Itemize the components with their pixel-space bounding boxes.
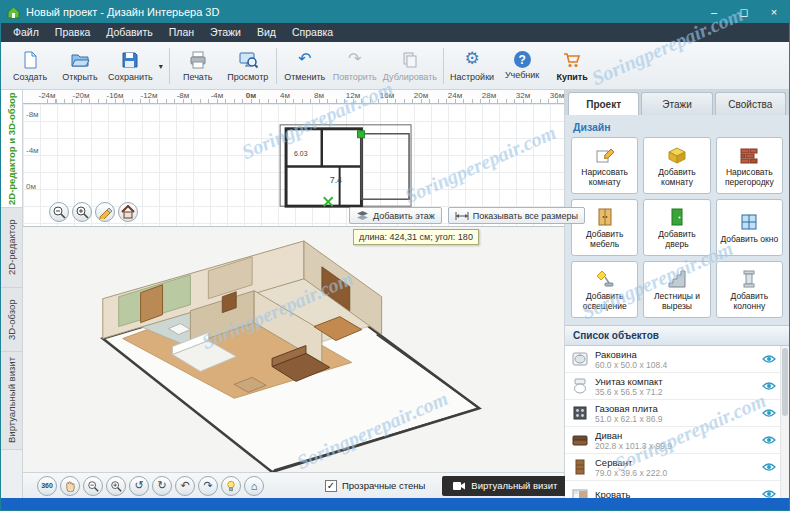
tab-2d-and-3d[interactable]: 2D-редактор и 3D-обзор	[1, 90, 22, 208]
lamp-icon	[594, 268, 616, 290]
objects-scrollbar[interactable]	[780, 346, 789, 498]
stairs-openings-button[interactable]: Лестницы и вырезы	[643, 261, 710, 318]
save-dropdown-arrow[interactable]: ▾	[156, 62, 166, 71]
draw-room-button[interactable]: Нарисовать комнату	[571, 137, 638, 194]
plan-handle[interactable]	[357, 131, 364, 138]
visibility-eye-icon[interactable]	[762, 354, 776, 364]
tab-3d-view[interactable]: 3D-обзор	[1, 288, 22, 352]
buy-button[interactable]: Купить	[547, 44, 597, 88]
add-room-button[interactable]: Добавить комнату	[643, 137, 710, 194]
view-mode-tabs: 2D-редактор и 3D-обзор 2D-редактор 3D-об…	[1, 90, 23, 498]
lighting-button[interactable]	[221, 476, 241, 496]
draw-partition-button[interactable]: Нарисовать перегородку	[716, 137, 783, 194]
tab-2d-editor[interactable]: 2D-редактор	[1, 208, 22, 288]
add-door-button[interactable]: Добавить дверь	[643, 199, 710, 256]
tab-virtual-visit[interactable]: Виртуальный визит	[1, 352, 22, 450]
window-title: Новый проект - Дизайн Интерьера 3D	[26, 6, 219, 18]
rotate-cw-icon: ↻	[157, 479, 166, 492]
visibility-eye-icon[interactable]	[762, 489, 776, 498]
orbit-right-button[interactable]: ↻	[152, 476, 172, 496]
zoom-out-icon	[52, 205, 66, 219]
home-view-3d-button[interactable]: ⌂	[244, 476, 264, 496]
menu-view[interactable]: Вид	[249, 23, 284, 42]
content-area: 2D-редактор и 3D-обзор 2D-редактор 3D-об…	[1, 90, 789, 498]
list-item-stove[interactable]: Газовая плита 51.0 x 62.1 x 86.9	[565, 400, 780, 427]
stairs-icon	[666, 268, 688, 290]
add-floor-button[interactable]: Добавить этаж	[349, 207, 442, 224]
right-panel-tabs: Проект Этажи Свойства	[565, 90, 789, 115]
zoom-in-icon	[75, 205, 89, 219]
undo-icon: ↶	[298, 50, 311, 70]
home-view-button[interactable]	[118, 202, 138, 222]
undo-button[interactable]: ↶ Отменить	[280, 44, 330, 88]
stove-thumbnail	[571, 404, 589, 422]
preview-button[interactable]: Просмотр	[223, 44, 273, 88]
view-360-button[interactable]: 360	[37, 476, 57, 496]
status-bar	[1, 498, 789, 510]
visibility-eye-icon[interactable]	[762, 462, 776, 472]
list-item-toilet[interactable]: Унитаз компакт 35.6 x 56.5 x 71.2	[565, 373, 780, 400]
tab-floors[interactable]: Этажи	[641, 92, 712, 115]
menu-edit[interactable]: Правка	[47, 23, 98, 42]
tab-project[interactable]: Проект	[568, 92, 639, 115]
save-button[interactable]: Сохранить	[105, 44, 156, 88]
visibility-eye-icon[interactable]	[762, 381, 776, 391]
add-lighting-button[interactable]: Добавить освещение	[571, 261, 638, 318]
cabinet-thumbnail	[571, 458, 589, 476]
sink-thumbnail	[571, 350, 589, 368]
orbit-left-button[interactable]: ↺	[129, 476, 149, 496]
print-button[interactable]: Печать	[173, 44, 223, 88]
view-3d[interactable]: длина: 424,31 см; угол: 180	[23, 227, 564, 472]
menu-file[interactable]: Файл	[5, 23, 47, 42]
objects-list-header: Список объектов	[565, 325, 789, 346]
duplicate-button[interactable]: Дублировать	[380, 44, 440, 88]
zoom-in-3d-button[interactable]	[106, 476, 126, 496]
visibility-eye-icon[interactable]	[762, 435, 776, 445]
add-room-icon	[666, 144, 688, 166]
zoom-in-button[interactable]	[72, 202, 92, 222]
new-project-button[interactable]: Создать	[5, 44, 55, 88]
preview-monitor-icon	[238, 50, 258, 70]
canvas-column: -24м -20м -16м -12м -8м -4м 0м 4м 8м 12м…	[23, 90, 564, 498]
question-icon: ?	[514, 51, 531, 68]
list-item-sink[interactable]: Раковина 60.0 x 50.0 x 108.4	[565, 346, 780, 373]
menu-add[interactable]: Добавить	[98, 23, 160, 42]
objects-list: Раковина 60.0 x 50.0 x 108.4 Унитаз комп…	[565, 346, 789, 498]
close-button[interactable]: ×	[759, 1, 789, 23]
tilt-down-button[interactable]: ↷	[198, 476, 218, 496]
virtual-visit-button[interactable]: Виртуальный визит	[442, 476, 567, 496]
menu-help[interactable]: Справка	[284, 23, 341, 42]
settings-button[interactable]: ⚙ Настройки	[447, 44, 497, 88]
add-window-button[interactable]: Добавить окно	[716, 199, 783, 256]
redo-button[interactable]: ↷ Повторить	[330, 44, 380, 88]
room-area-label: 7.4	[330, 175, 342, 185]
tab-properties[interactable]: Свойства	[715, 92, 786, 115]
measure-tool-button[interactable]	[95, 202, 115, 222]
maximize-button[interactable]: ◻	[729, 1, 759, 23]
open-project-button[interactable]: Открыть	[55, 44, 105, 88]
tilt-up-button[interactable]: ↶	[175, 476, 195, 496]
list-item-sofa[interactable]: Диван 202.8 x 101.3 x 99.9	[565, 427, 780, 454]
horizontal-ruler: -24м -20м -16м -12м -8м -4м 0м 4м 8м 12м…	[23, 90, 564, 104]
menu-plan[interactable]: План	[161, 23, 202, 42]
menu-bar: Файл Правка Добавить План Этажи Вид Спра…	[1, 23, 789, 42]
menu-floors[interactable]: Этажи	[202, 23, 249, 42]
cart-icon	[562, 50, 582, 70]
tutorial-button[interactable]: ? Учебник	[497, 44, 547, 88]
minimize-button[interactable]: –	[699, 1, 729, 23]
zoom-out-3d-button[interactable]	[83, 476, 103, 496]
list-item-cabinet[interactable]: Сервант 79.0 x 39.6 x 222.0	[565, 454, 780, 481]
list-item-bed[interactable]: Кровать	[565, 481, 780, 498]
duplicate-icon	[400, 50, 420, 70]
transparent-walls-toggle[interactable]: ✓ Прозрачные стены	[325, 480, 425, 492]
scrollbar-thumb[interactable]	[782, 348, 788, 416]
pan-hand-button[interactable]	[60, 476, 80, 496]
visibility-eye-icon[interactable]	[762, 408, 776, 418]
add-column-button[interactable]: Добавить колонну	[716, 261, 783, 318]
sofa-thumbnail	[571, 431, 589, 449]
dimensions-icon	[455, 211, 469, 221]
toolbar-separator	[276, 48, 277, 84]
show-all-sizes-button[interactable]: Показывать все размеры	[448, 207, 585, 224]
zoom-out-button[interactable]	[49, 202, 69, 222]
plan-canvas-2d[interactable]: -8м -4м 0м 6.03 7.4	[23, 104, 564, 226]
